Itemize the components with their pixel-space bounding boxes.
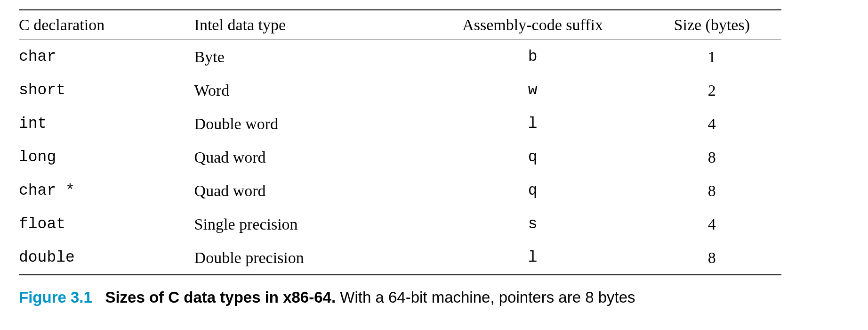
cell-size: 8 (652, 241, 781, 275)
cell-decl: long (19, 140, 194, 174)
cell-size: 8 (652, 174, 781, 207)
cell-intel: Double word (194, 107, 423, 140)
cell-suffix: w (423, 74, 652, 107)
cell-suffix: q (423, 174, 652, 207)
figure-caption: Figure 3.1 Sizes of C data types in x86-… (19, 287, 849, 308)
cell-decl: float (19, 207, 194, 241)
cell-size: 4 (652, 107, 781, 140)
table-row: int Double word l 4 (19, 107, 781, 140)
table-row: long Quad word q 8 (19, 140, 781, 174)
figure-label: Figure 3.1 (19, 289, 92, 306)
cell-suffix: b (423, 40, 652, 74)
cell-intel: Double precision (194, 241, 423, 275)
cell-suffix: l (423, 241, 652, 275)
table-header-row: C declaration Intel data type Assembly-c… (19, 10, 781, 40)
header-size-bytes: Size (bytes) (652, 10, 781, 40)
cell-size: 1 (652, 40, 781, 74)
cell-intel: Byte (194, 40, 423, 74)
cell-intel: Quad word (194, 174, 423, 207)
cell-suffix: q (423, 140, 652, 174)
table-row: float Single precision s 4 (19, 207, 781, 241)
cell-decl: char * (19, 174, 194, 207)
figure-description: With a 64-bit machine, pointers are 8 by… (340, 289, 635, 306)
table-row: char Byte b 1 (19, 40, 781, 74)
header-c-declaration: C declaration (19, 10, 194, 40)
cell-intel: Word (194, 74, 423, 107)
cell-suffix: l (423, 107, 652, 140)
cell-decl: char (19, 40, 194, 74)
cell-decl: double (19, 241, 194, 275)
cell-intel: Single precision (194, 207, 423, 241)
cell-intel: Quad word (194, 140, 423, 174)
cell-decl: int (19, 107, 194, 140)
header-intel-data-type: Intel data type (194, 10, 423, 40)
table-row: double Double precision l 8 (19, 241, 781, 275)
table-row: short Word w 2 (19, 74, 781, 107)
data-types-table: C declaration Intel data type Assembly-c… (19, 9, 781, 275)
cell-size: 2 (652, 74, 781, 107)
header-assembly-suffix: Assembly-code suffix (423, 10, 652, 40)
cell-size: 4 (652, 207, 781, 241)
table-row: char * Quad word q 8 (19, 174, 781, 207)
cell-decl: short (19, 74, 194, 107)
cell-size: 8 (652, 140, 781, 174)
cell-suffix: s (423, 207, 652, 241)
figure-title: Sizes of C data types in x86-64. (105, 289, 336, 306)
